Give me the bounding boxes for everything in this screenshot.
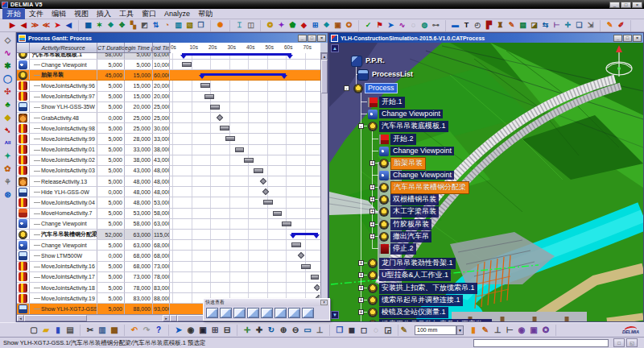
table-view-icon[interactable]: ▥: [173, 20, 184, 31]
iso-view-icon[interactable]: [206, 308, 218, 318]
brush-2-icon[interactable]: ✐: [616, 20, 626, 31]
camera-c-icon[interactable]: ✪: [540, 325, 551, 336]
fit-all-icon[interactable]: ▭: [302, 325, 313, 336]
paint-icon[interactable]: ✎: [506, 20, 517, 31]
grid-icon[interactable]: ⊞: [310, 20, 320, 31]
knife-tool-icon[interactable]: ✎: [398, 325, 410, 336]
status-right-button[interactable]: ◱: [626, 338, 638, 347]
select-tool-icon[interactable]: ◇: [2, 34, 14, 46]
tree-node[interactable]: 缆索工作吊吊装扣索及人工安装.1: [368, 319, 492, 321]
task-bar[interactable]: [204, 94, 214, 99]
close-icon[interactable]: ✕: [320, 300, 328, 305]
task-bar[interactable]: [200, 83, 210, 88]
axis-align-icon[interactable]: ⊢: [504, 325, 515, 336]
expand-icon[interactable]: +: [358, 272, 364, 278]
top-view-icon[interactable]: [275, 308, 287, 318]
expand-icon[interactable]: +: [369, 209, 375, 214]
redo-icon[interactable]: ↷: [141, 325, 152, 336]
task-bar[interactable]: [210, 105, 220, 110]
right-view-icon[interactable]: [261, 308, 273, 318]
expand-icon[interactable]: +: [369, 184, 375, 190]
cut-icon[interactable]: ✂: [85, 325, 96, 336]
flower-icon[interactable]: ✿: [2, 163, 14, 175]
axis-snap-icon[interactable]: ⊥: [492, 325, 503, 336]
scroll-left-icon[interactable]: ◂: [17, 315, 24, 321]
collapse-icon[interactable]: -: [344, 85, 349, 91]
gantt-row[interactable]: MoveHomeActivity.75,00053,00058,000: [17, 209, 320, 219]
scale-value[interactable]: 100 mm: [415, 325, 456, 335]
tower-icon[interactable]: ♜: [495, 20, 506, 31]
menu-帮助[interactable]: 帮助: [194, 8, 217, 20]
gantt-row[interactable]: MoveJointsActivity.975,00015,00020,000: [17, 92, 320, 102]
multi-view-icon[interactable]: ⊞: [209, 325, 221, 336]
minimize-button[interactable]: _: [298, 35, 307, 42]
undo-icon[interactable]: ↶: [129, 325, 140, 336]
gantt-row[interactable]: MoveJointsActivity.165,00068,00073,000: [17, 262, 320, 272]
print-icon[interactable]: ▤: [64, 325, 76, 336]
left-view-icon[interactable]: [247, 308, 259, 318]
close-button[interactable]: ×: [317, 35, 326, 42]
gantt-row[interactable]: ReleaseActivity.135,00048,00048,000: [17, 176, 320, 187]
quick-view-titlebar[interactable]: 快速查看 ✕: [204, 299, 329, 306]
maximize-button[interactable]: □: [308, 35, 316, 42]
menu-文件[interactable]: 文件: [25, 8, 47, 20]
summary-bar[interactable]: [291, 233, 318, 235]
catalog-icon[interactable]: ▦: [83, 20, 93, 31]
link-activity-icon[interactable]: ⊶: [431, 20, 441, 31]
named-views-icon[interactable]: [302, 308, 314, 318]
tree-node[interactable]: Change Viewpoint: [368, 109, 443, 119]
tree-scroll-down-icon[interactable]: ▼: [331, 311, 339, 319]
expand-icon[interactable]: +: [369, 160, 375, 166]
copy-frame-icon[interactable]: ❐: [196, 20, 206, 31]
collapse-icon[interactable]: -: [358, 123, 364, 129]
tree-node[interactable]: ProcessList: [358, 69, 415, 80]
maximize-button[interactable]: □: [621, 2, 631, 8]
gear-settings-icon[interactable]: ⊛: [2, 188, 14, 201]
task-bar[interactable]: [235, 147, 245, 152]
markup-icon[interactable]: ▣: [332, 20, 343, 31]
milestone-diamond[interactable]: [260, 178, 266, 184]
tree-node[interactable]: 汽车吊吊装槽钢分配梁: [379, 182, 469, 193]
flag-note-icon[interactable]: ⚑: [374, 20, 385, 31]
tree-node[interactable]: 缆索吊起吊并调整连接.1: [368, 295, 463, 305]
menu-插入[interactable]: 插入: [93, 8, 115, 20]
iso-cube-icon[interactable]: ❒: [334, 325, 345, 336]
gantt-row[interactable]: 胎架吊装45,00015,00060,000: [17, 70, 320, 81]
gantt-row[interactable]: GrabActivity.480,00025,00025,000: [17, 113, 320, 123]
column-header-1[interactable]: Activity/Resource: [30, 43, 97, 52]
gantt-row[interactable]: Show YLH-GSS-35W5,00020,00025,000: [17, 102, 320, 113]
ghost-icon[interactable]: ◌: [408, 20, 419, 31]
zoom-out-icon[interactable]: ⊖: [290, 325, 301, 336]
gantt-row[interactable]: MoveJointsActivity.025,00038,00043,000: [17, 155, 320, 166]
expand-icon[interactable]: +: [358, 309, 364, 315]
play-forward-icon[interactable]: ➤: [52, 20, 63, 31]
step-back-icon[interactable]: ◀: [19, 20, 29, 31]
target-icon[interactable]: ✪: [344, 20, 354, 31]
gantt-chart-icon[interactable]: ▚: [128, 20, 138, 31]
tree-tool-icon[interactable]: ♣: [2, 98, 14, 110]
workcell-icon[interactable]: ▧: [184, 20, 195, 31]
shaded-cube-icon[interactable]: ◼: [346, 325, 357, 336]
sequence-icon[interactable]: ⇅: [151, 20, 161, 31]
expand-icon[interactable]: +: [369, 234, 375, 239]
highlight-strip-icon[interactable]: ▮: [468, 325, 479, 336]
full-screen-icon[interactable]: ◲: [382, 325, 394, 336]
tree-node[interactable]: Change Viewpoint: [379, 170, 454, 180]
front-view-icon[interactable]: [220, 308, 232, 318]
close-button[interactable]: ×: [632, 2, 642, 8]
maximize-button[interactable]: □: [623, 35, 632, 42]
rotate-icon[interactable]: ↻: [266, 325, 277, 336]
tree-node[interactable]: 开始.1: [368, 97, 405, 107]
menu-工具[interactable]: 工具: [115, 8, 138, 20]
all-filter-icon[interactable]: All: [2, 137, 14, 149]
chevron-down-icon[interactable]: ▼: [456, 325, 464, 335]
gantt-row[interactable]: MoveJointsActivity.015,00033,00038,000: [17, 145, 320, 155]
menu-Analyze[interactable]: Analyze: [160, 9, 194, 19]
resource-icon[interactable]: ❖: [105, 20, 116, 31]
expand-icon[interactable]: +: [358, 285, 364, 291]
collision-icon[interactable]: ◆: [299, 20, 309, 31]
scroll-right-icon[interactable]: ▸: [163, 315, 170, 321]
scrollbar-thumb[interactable]: [24, 315, 87, 321]
task-bar[interactable]: [254, 168, 263, 173]
video-capture-icon[interactable]: ▬: [450, 20, 460, 31]
